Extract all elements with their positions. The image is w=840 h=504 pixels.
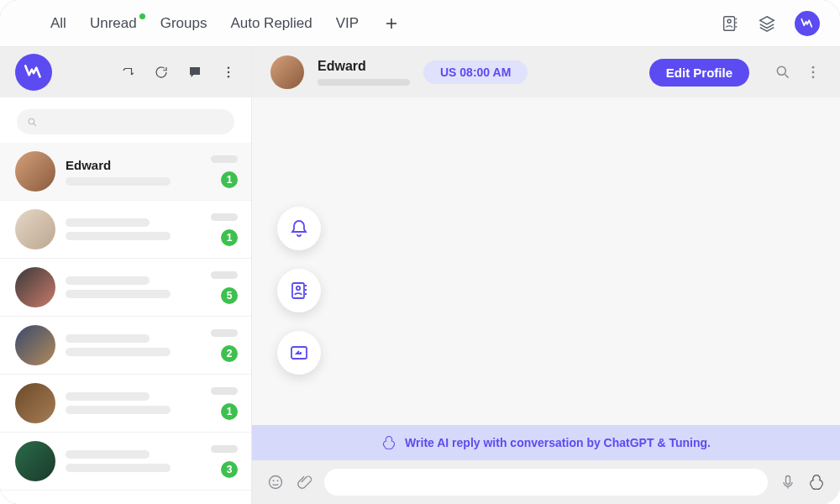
add-tab-button[interactable] <box>382 14 401 33</box>
unread-badge: 1 <box>221 171 238 188</box>
chat-row[interactable]: 1 <box>0 201 251 259</box>
chat-time <box>211 329 238 337</box>
composer <box>252 460 840 504</box>
conversation-panel: Edward US 08:00 AM Edit Profile <box>252 47 840 504</box>
tab-all[interactable]: All <box>50 15 66 32</box>
search-wrap <box>0 97 251 143</box>
avatar <box>15 267 55 307</box>
chat-time <box>211 155 238 163</box>
svg-point-15 <box>277 480 279 481</box>
attachment-icon[interactable] <box>296 474 312 491</box>
unread-badge: 2 <box>221 345 238 362</box>
avatar <box>15 441 55 481</box>
svg-point-2 <box>228 66 230 69</box>
notifications-button[interactable] <box>277 207 321 250</box>
message-icon[interactable] <box>187 65 202 80</box>
more-icon[interactable] <box>805 64 822 81</box>
avatar[interactable] <box>270 55 304 89</box>
main-area: Edward 1 1 5 2 <box>0 47 840 504</box>
svg-point-11 <box>297 286 300 290</box>
conversation-header: Edward US 08:00 AM Edit Profile <box>252 47 840 97</box>
search-icon[interactable] <box>774 64 791 81</box>
chat-name <box>66 218 150 227</box>
avatar <box>15 151 55 192</box>
ai-banner[interactable]: Write AI reply with conversation by Chat… <box>252 425 840 460</box>
svg-point-8 <box>812 71 815 74</box>
ai-spiral-icon <box>381 435 396 450</box>
tab-groups[interactable]: Groups <box>160 15 207 32</box>
chat-preview <box>66 348 171 356</box>
chat-list: Edward 1 1 5 2 <box>0 143 251 504</box>
compose-icon[interactable] <box>120 65 135 80</box>
unread-badge: 1 <box>221 403 238 420</box>
topbar-right <box>721 11 820 36</box>
avatar <box>15 209 55 249</box>
sidebar: Edward 1 1 5 2 <box>0 47 252 504</box>
svg-point-14 <box>273 480 275 481</box>
bell-icon <box>289 218 309 239</box>
contact-card-icon <box>289 281 309 301</box>
tab-vip[interactable]: VIP <box>336 15 359 32</box>
chat-row[interactable]: 3 <box>0 433 251 491</box>
ai-icon[interactable] <box>808 474 825 491</box>
chat-preview <box>66 232 171 240</box>
chat-row[interactable]: 5 <box>0 259 251 317</box>
contact-name: Edward <box>318 59 410 74</box>
contact-status <box>318 79 410 86</box>
svg-point-9 <box>812 76 815 78</box>
svg-rect-16 <box>786 476 790 485</box>
svg-point-1 <box>727 19 731 23</box>
edit-profile-button[interactable]: Edit Profile <box>649 59 749 87</box>
chat-name <box>66 392 150 401</box>
ai-banner-text: Write AI reply with conversation by Chat… <box>405 436 711 449</box>
sidebar-brand[interactable] <box>15 54 52 91</box>
brand-icon <box>23 61 45 83</box>
message-input[interactable] <box>324 469 768 496</box>
sidebar-actions <box>120 65 236 80</box>
avatar <box>15 325 55 365</box>
unread-badge: 5 <box>221 287 238 304</box>
chat-name: Edward <box>66 158 206 172</box>
avatar <box>15 383 55 423</box>
top-tabs: All Unread Groups Auto Replied VIP <box>0 0 840 47</box>
plus-icon <box>384 16 399 31</box>
sidebar-header <box>0 47 251 97</box>
svg-point-6 <box>777 66 785 75</box>
brand-button[interactable] <box>795 11 820 36</box>
chat-time <box>211 213 238 221</box>
chat-name <box>66 276 150 285</box>
tab-auto-replied[interactable]: Auto Replied <box>230 15 312 32</box>
header-title-block: Edward <box>318 59 410 86</box>
layers-icon[interactable] <box>758 14 776 33</box>
chat-row[interactable]: Edward 1 <box>0 143 251 201</box>
more-icon[interactable] <box>221 65 236 80</box>
svg-point-7 <box>812 66 815 69</box>
chat-name <box>66 334 150 343</box>
app-window: All Unread Groups Auto Replied VIP <box>0 0 840 504</box>
timezone-pill: US 08:00 AM <box>423 60 528 84</box>
chat-row[interactable]: 2 <box>0 317 251 375</box>
reply-template-button[interactable] <box>277 331 321 375</box>
contacts-icon[interactable] <box>721 14 739 33</box>
chat-preview <box>66 406 171 414</box>
float-actions <box>277 207 321 375</box>
svg-point-5 <box>29 118 34 124</box>
svg-rect-12 <box>291 347 307 359</box>
contact-card-button[interactable] <box>277 269 321 312</box>
chat-row[interactable]: 1 <box>0 375 251 433</box>
reply-folder-icon <box>289 343 309 363</box>
search-input[interactable] <box>17 109 234 134</box>
svg-point-13 <box>270 476 282 489</box>
tab-unread[interactable]: Unread <box>90 15 137 32</box>
chat-preview <box>66 177 171 186</box>
unread-badge: 3 <box>221 461 238 478</box>
refresh-icon[interactable] <box>154 65 169 80</box>
unread-badge: 1 <box>221 229 238 246</box>
brand-icon <box>800 16 815 31</box>
chat-preview <box>66 464 171 472</box>
search-icon <box>27 117 38 128</box>
emoji-icon[interactable] <box>267 474 284 491</box>
mic-icon[interactable] <box>780 474 796 491</box>
chat-preview <box>66 290 171 298</box>
chat-time <box>211 387 238 395</box>
